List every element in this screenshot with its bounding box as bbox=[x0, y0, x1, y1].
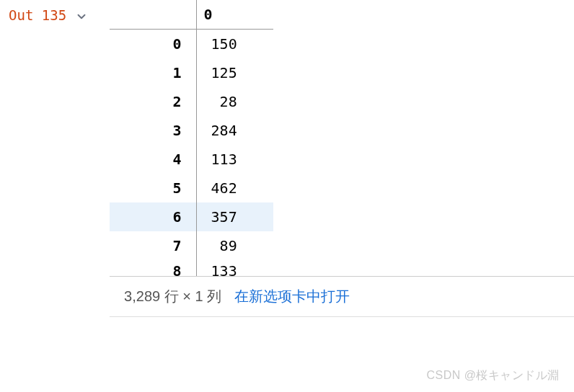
table-row[interactable]: 8133 bbox=[110, 260, 273, 276]
open-in-new-tab-link[interactable]: 在新选项卡中打开 bbox=[234, 287, 350, 306]
row-value: 462 bbox=[196, 174, 273, 202]
table-row[interactable]: 4113 bbox=[110, 145, 273, 174]
row-value: 89 bbox=[196, 231, 273, 260]
row-value: 125 bbox=[196, 58, 273, 87]
row-value: 357 bbox=[196, 202, 273, 231]
row-index: 0 bbox=[110, 30, 196, 59]
row-value: 133 bbox=[196, 260, 273, 276]
row-index: 5 bbox=[110, 174, 196, 202]
table-row[interactable]: 228 bbox=[110, 87, 273, 116]
row-index: 4 bbox=[110, 145, 196, 174]
row-index: 7 bbox=[110, 231, 196, 260]
table-row[interactable]: 789 bbox=[110, 231, 273, 260]
row-value: 113 bbox=[196, 145, 273, 174]
row-index: 6 bbox=[110, 202, 196, 231]
dimensions-label: 3,289 行 × 1 列 bbox=[124, 287, 221, 306]
row-index: 3 bbox=[110, 116, 196, 145]
watermark-text: CSDN @桜キャンドル淵 bbox=[426, 368, 560, 383]
dataframe-table: 0 0150112522832844113546263577898133 bbox=[110, 0, 273, 276]
output-area: 0 0150112522832844113546263577898133 3,2… bbox=[88, 0, 574, 392]
row-value: 28 bbox=[196, 87, 273, 116]
output-label: Out 135 bbox=[9, 7, 66, 23]
table-row[interactable]: 1125 bbox=[110, 58, 273, 87]
row-index: 1 bbox=[110, 58, 196, 87]
table-row[interactable]: 6357 bbox=[110, 202, 273, 231]
table-row[interactable]: 3284 bbox=[110, 116, 273, 145]
table-row[interactable]: 0150 bbox=[110, 30, 273, 59]
row-value: 284 bbox=[196, 116, 273, 145]
row-value: 150 bbox=[196, 30, 273, 59]
column-header: 0 bbox=[196, 0, 273, 30]
row-index: 2 bbox=[110, 87, 196, 116]
chevron-down-icon[interactable] bbox=[75, 10, 88, 26]
table-row[interactable]: 5462 bbox=[110, 174, 273, 202]
row-index: 8 bbox=[110, 260, 196, 276]
index-header bbox=[110, 0, 196, 30]
